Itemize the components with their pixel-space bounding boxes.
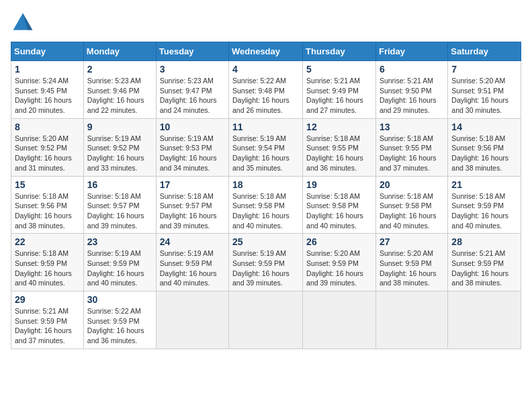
- day-number: 7: [451, 64, 517, 75]
- calendar-cell: 8 Sunrise: 5:20 AMSunset: 9:52 PMDayligh…: [11, 118, 84, 176]
- calendar-cell: 13 Sunrise: 5:18 AMSunset: 9:55 PMDaylig…: [375, 118, 447, 176]
- weekday-header-sunday: Sunday: [11, 42, 84, 61]
- day-number: 5: [306, 64, 372, 75]
- logo-icon: [11, 11, 35, 35]
- calendar-week-row: 15 Sunrise: 5:18 AMSunset: 9:56 PMDaylig…: [11, 176, 521, 234]
- calendar-cell: 7 Sunrise: 5:20 AMSunset: 9:51 PMDayligh…: [448, 61, 521, 119]
- calendar-header-row: SundayMondayTuesdayWednesdayThursdayFrid…: [11, 42, 521, 61]
- day-detail: Sunrise: 5:23 AMSunset: 9:47 PMDaylight:…: [160, 77, 217, 114]
- calendar-cell: 11 Sunrise: 5:19 AMSunset: 9:54 PMDaylig…: [229, 118, 303, 176]
- weekday-header-thursday: Thursday: [303, 42, 376, 61]
- calendar-cell: 17 Sunrise: 5:18 AMSunset: 9:57 PMDaylig…: [156, 176, 228, 234]
- day-number: 22: [15, 236, 80, 247]
- weekday-header-friday: Friday: [375, 42, 447, 61]
- day-detail: Sunrise: 5:19 AMSunset: 9:59 PMDaylight:…: [160, 249, 217, 287]
- day-detail: Sunrise: 5:18 AMSunset: 9:59 PMDaylight:…: [451, 192, 508, 230]
- day-detail: Sunrise: 5:20 AMSunset: 9:52 PMDaylight:…: [15, 134, 72, 172]
- day-number: 29: [15, 294, 80, 305]
- calendar-week-row: 8 Sunrise: 5:20 AMSunset: 9:52 PMDayligh…: [11, 118, 521, 176]
- day-detail: Sunrise: 5:24 AMSunset: 9:45 PMDaylight:…: [15, 77, 72, 114]
- calendar-cell: 3 Sunrise: 5:23 AMSunset: 9:47 PMDayligh…: [156, 61, 228, 119]
- calendar-cell: 6 Sunrise: 5:21 AMSunset: 9:50 PMDayligh…: [375, 61, 447, 119]
- day-number: 11: [232, 122, 299, 132]
- day-detail: Sunrise: 5:21 AMSunset: 9:59 PMDaylight:…: [15, 307, 72, 345]
- day-detail: Sunrise: 5:20 AMSunset: 9:51 PMDaylight:…: [451, 77, 508, 114]
- calendar-cell: 19 Sunrise: 5:18 AMSunset: 9:58 PMDaylig…: [303, 176, 376, 234]
- day-detail: Sunrise: 5:20 AMSunset: 9:59 PMDaylight:…: [306, 249, 363, 287]
- day-number: 6: [380, 64, 444, 75]
- calendar-table: SundayMondayTuesdayWednesdayThursdayFrid…: [11, 42, 521, 349]
- day-number: 23: [87, 236, 152, 247]
- day-detail: Sunrise: 5:19 AMSunset: 9:59 PMDaylight:…: [87, 249, 144, 287]
- day-number: 28: [451, 236, 517, 247]
- calendar-cell: 16 Sunrise: 5:18 AMSunset: 9:57 PMDaylig…: [83, 176, 156, 234]
- day-number: 16: [87, 179, 152, 190]
- day-number: 27: [380, 236, 444, 247]
- day-detail: Sunrise: 5:23 AMSunset: 9:46 PMDaylight:…: [87, 77, 144, 114]
- day-detail: Sunrise: 5:18 AMSunset: 9:59 PMDaylight:…: [15, 249, 72, 287]
- calendar-cell: 10 Sunrise: 5:19 AMSunset: 9:53 PMDaylig…: [156, 118, 228, 176]
- calendar-week-row: 1 Sunrise: 5:24 AMSunset: 9:45 PMDayligh…: [11, 61, 521, 119]
- day-detail: Sunrise: 5:22 AMSunset: 9:48 PMDaylight:…: [232, 77, 290, 114]
- calendar-week-row: 22 Sunrise: 5:18 AMSunset: 9:59 PMDaylig…: [11, 234, 521, 291]
- day-number: 2: [87, 64, 152, 75]
- weekday-header-monday: Monday: [83, 42, 156, 61]
- day-detail: Sunrise: 5:19 AMSunset: 9:53 PMDaylight:…: [160, 134, 217, 172]
- day-number: 9: [87, 122, 152, 132]
- weekday-header-wednesday: Wednesday: [229, 42, 303, 61]
- day-detail: Sunrise: 5:18 AMSunset: 9:56 PMDaylight:…: [451, 134, 508, 172]
- day-number: 25: [232, 236, 299, 247]
- calendar-cell: 22 Sunrise: 5:18 AMSunset: 9:59 PMDaylig…: [11, 234, 84, 291]
- day-number: 20: [380, 179, 444, 190]
- day-detail: Sunrise: 5:21 AMSunset: 9:50 PMDaylight:…: [380, 77, 437, 114]
- calendar-cell: 26 Sunrise: 5:20 AMSunset: 9:59 PMDaylig…: [303, 234, 376, 291]
- day-detail: Sunrise: 5:19 AMSunset: 9:59 PMDaylight:…: [232, 249, 290, 287]
- day-number: 1: [15, 64, 80, 75]
- page-header: [11, 11, 521, 35]
- day-detail: Sunrise: 5:20 AMSunset: 9:59 PMDaylight:…: [380, 249, 437, 287]
- calendar-cell: 30 Sunrise: 5:22 AMSunset: 9:59 PMDaylig…: [83, 291, 156, 349]
- day-number: 13: [380, 122, 444, 132]
- calendar-cell: 9 Sunrise: 5:19 AMSunset: 9:52 PMDayligh…: [83, 118, 156, 176]
- calendar-cell: 1 Sunrise: 5:24 AMSunset: 9:45 PMDayligh…: [11, 61, 84, 119]
- weekday-header-saturday: Saturday: [448, 42, 521, 61]
- calendar-cell: 27 Sunrise: 5:20 AMSunset: 9:59 PMDaylig…: [375, 234, 447, 291]
- day-number: 30: [87, 294, 152, 305]
- calendar-cell: [229, 291, 303, 349]
- day-number: 8: [15, 122, 80, 132]
- day-number: 26: [306, 236, 372, 247]
- logo: [11, 11, 38, 35]
- day-number: 10: [160, 122, 225, 132]
- day-detail: Sunrise: 5:18 AMSunset: 9:55 PMDaylight:…: [380, 134, 437, 172]
- day-number: 14: [451, 122, 517, 132]
- calendar-cell: 15 Sunrise: 5:18 AMSunset: 9:56 PMDaylig…: [11, 176, 84, 234]
- calendar-cell: 2 Sunrise: 5:23 AMSunset: 9:46 PMDayligh…: [83, 61, 156, 119]
- day-number: 3: [160, 64, 225, 75]
- day-number: 17: [160, 179, 225, 190]
- day-detail: Sunrise: 5:18 AMSunset: 9:58 PMDaylight:…: [232, 192, 290, 230]
- calendar-cell: 25 Sunrise: 5:19 AMSunset: 9:59 PMDaylig…: [229, 234, 303, 291]
- calendar-cell: [375, 291, 447, 349]
- calendar-cell: 14 Sunrise: 5:18 AMSunset: 9:56 PMDaylig…: [448, 118, 521, 176]
- calendar-cell: [448, 291, 521, 349]
- day-detail: Sunrise: 5:19 AMSunset: 9:52 PMDaylight:…: [87, 134, 144, 172]
- day-number: 15: [15, 179, 80, 190]
- day-number: 21: [451, 179, 517, 190]
- calendar-cell: 28 Sunrise: 5:21 AMSunset: 9:59 PMDaylig…: [448, 234, 521, 291]
- day-number: 18: [232, 179, 299, 190]
- calendar-cell: [156, 291, 228, 349]
- day-detail: Sunrise: 5:18 AMSunset: 9:58 PMDaylight:…: [306, 192, 363, 230]
- calendar-cell: 18 Sunrise: 5:18 AMSunset: 9:58 PMDaylig…: [229, 176, 303, 234]
- calendar-cell: 20 Sunrise: 5:18 AMSunset: 9:58 PMDaylig…: [375, 176, 447, 234]
- day-detail: Sunrise: 5:18 AMSunset: 9:58 PMDaylight:…: [380, 192, 437, 230]
- day-number: 4: [232, 64, 299, 75]
- day-detail: Sunrise: 5:18 AMSunset: 9:57 PMDaylight:…: [160, 192, 217, 230]
- calendar-cell: 5 Sunrise: 5:21 AMSunset: 9:49 PMDayligh…: [303, 61, 376, 119]
- calendar-cell: 4 Sunrise: 5:22 AMSunset: 9:48 PMDayligh…: [229, 61, 303, 119]
- calendar-week-row: 29 Sunrise: 5:21 AMSunset: 9:59 PMDaylig…: [11, 291, 521, 349]
- calendar-cell: 12 Sunrise: 5:18 AMSunset: 9:55 PMDaylig…: [303, 118, 376, 176]
- calendar-cell: 21 Sunrise: 5:18 AMSunset: 9:59 PMDaylig…: [448, 176, 521, 234]
- day-detail: Sunrise: 5:18 AMSunset: 9:55 PMDaylight:…: [306, 134, 363, 172]
- day-detail: Sunrise: 5:18 AMSunset: 9:57 PMDaylight:…: [87, 192, 144, 230]
- day-number: 24: [160, 236, 225, 247]
